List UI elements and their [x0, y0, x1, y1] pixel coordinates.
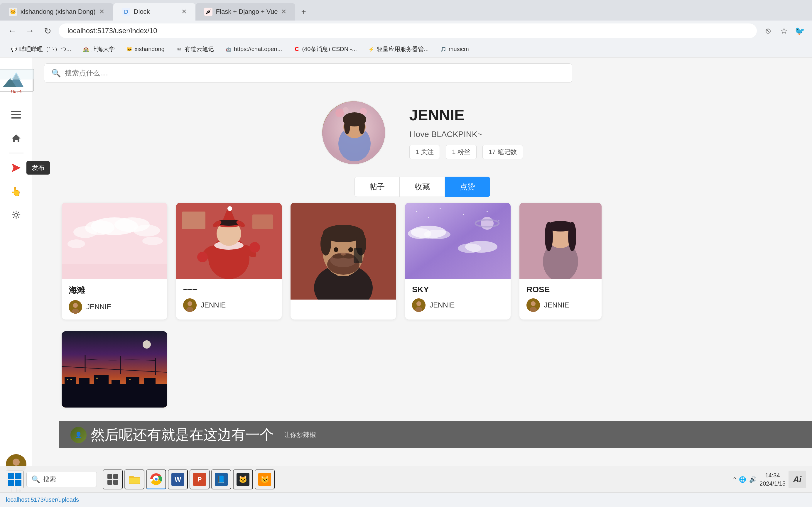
- tab2-favicon: D: [122, 8, 130, 16]
- taskbar-clock[interactable]: 14:34 2024/1/15: [759, 471, 786, 488]
- svg-point-129: [155, 477, 158, 481]
- search-input[interactable]: [65, 69, 565, 77]
- bookmark-music[interactable]: 🎵 musicm: [435, 45, 474, 54]
- new-tab-button[interactable]: +: [295, 3, 312, 20]
- publish-icon-btn[interactable]: 发布: [6, 158, 26, 178]
- svg-rect-112: [126, 377, 140, 384]
- gear-icon: [11, 210, 21, 220]
- card-5[interactable]: ROSE JENNIE: [520, 203, 602, 320]
- card2-image: [176, 203, 282, 279]
- svg-point-39: [73, 303, 78, 308]
- address-input[interactable]: [59, 23, 757, 38]
- taskbar-search-box[interactable]: 🔍 搜索: [26, 472, 97, 487]
- following-badge[interactable]: 1 关注: [410, 145, 440, 159]
- system-chevron[interactable]: ^: [734, 476, 736, 483]
- taskbar-ppt[interactable]: P: [190, 469, 210, 490]
- taskbar-search-text: 搜索: [43, 475, 56, 484]
- taskbar-explorer[interactable]: [124, 469, 144, 490]
- taskbar-app6[interactable]: 📘: [211, 469, 231, 490]
- bookmark-csdn-label: (40条消息) CSDN -...: [302, 45, 357, 53]
- app6-icon: 📘: [215, 473, 228, 486]
- card-4[interactable]: SKY JENNIE: [405, 203, 510, 320]
- bookmark-music-label: musicm: [449, 46, 469, 53]
- browser-tab-1[interactable]: 🐱 xishandong (xishan Dong) ✕: [0, 3, 113, 20]
- logo-area[interactable]: Dlock: [0, 63, 40, 99]
- bookmark-bilibili[interactable]: 💬 哔哩哔哩（' '-）つ...: [6, 44, 76, 54]
- card1-image: [62, 203, 167, 279]
- search-icon: 🔍: [51, 69, 61, 78]
- bookmark-csdn[interactable]: C (40条消息) CSDN -...: [288, 44, 362, 54]
- svg-rect-115: [70, 379, 72, 380]
- svg-point-80: [464, 214, 464, 215]
- svg-rect-125: [107, 480, 112, 485]
- windows-logo: [7, 472, 22, 487]
- card1-info: 海滩 JENNIE: [62, 279, 167, 320]
- svg-point-35: [67, 239, 85, 248]
- bookmark-openai-label: https://chat.open...: [234, 46, 282, 53]
- taskbar-system-tray: ^ 🌐 🔊 14:34 2024/1/15 Ai: [734, 471, 806, 488]
- taskbar-app7[interactable]: 🐱: [233, 469, 253, 490]
- home-icon: [11, 133, 21, 143]
- tab2-close[interactable]: ✕: [181, 8, 186, 15]
- card-1[interactable]: 海滩 JENNIE: [62, 203, 167, 320]
- bookmark-server[interactable]: ⚡ 轻量应用服务器管...: [363, 44, 433, 54]
- github-icon: 🐱: [126, 46, 133, 53]
- search-box: 🔍: [44, 63, 572, 83]
- tab-favorites[interactable]: 收藏: [400, 177, 445, 197]
- svg-point-87: [424, 230, 450, 239]
- card-2[interactable]: ~~~ JENNIE: [176, 203, 282, 320]
- card4-author: JENNIE: [412, 298, 503, 312]
- profile-button[interactable]: 🐦: [793, 24, 806, 37]
- card-6[interactable]: [62, 331, 167, 407]
- forward-button[interactable]: →: [23, 24, 36, 37]
- ai-corner-button[interactable]: Ai: [789, 471, 806, 488]
- taskbar-app8[interactable]: 🐱: [255, 469, 275, 490]
- bookmark-button[interactable]: ☆: [777, 24, 790, 37]
- svg-point-100: [531, 301, 536, 306]
- browser-tab-3[interactable]: 🌶 Flask + Django + Vue ✕: [196, 3, 295, 20]
- video-overlay: 👤 然后呢还有就是在这边有一个 让你炒辣椒: [59, 421, 812, 448]
- start-button[interactable]: [6, 471, 23, 488]
- bookmark-youdao-label: 有道云笔记: [184, 45, 214, 53]
- svg-rect-107: [62, 384, 167, 407]
- profile-avatar: [321, 100, 386, 165]
- author2-avatar-svg: [183, 298, 197, 312]
- bookmark-youdao[interactable]: ✉ 有道云笔记: [171, 44, 219, 54]
- home-icon-btn[interactable]: [6, 128, 26, 149]
- taskbar-chrome[interactable]: [146, 469, 166, 490]
- card-3[interactable]: [290, 203, 396, 320]
- bookmark-shu-label: 上海大学: [91, 45, 115, 53]
- card6-image: [62, 331, 167, 407]
- volume-icon[interactable]: 🔊: [749, 476, 757, 483]
- taskbar-task-view[interactable]: [103, 469, 123, 490]
- tab-posts[interactable]: 帖子: [355, 177, 400, 197]
- followers-badge[interactable]: 1 粉丝: [446, 145, 476, 159]
- cursor-area[interactable]: 👆: [6, 181, 26, 202]
- word-icon: W: [171, 473, 184, 486]
- profile-bio: I love BLACKPINK~: [410, 130, 523, 139]
- back-button[interactable]: ←: [6, 24, 19, 37]
- bookmark-xishandong[interactable]: 🐱 xishandong: [121, 45, 169, 54]
- tab1-close[interactable]: ✕: [99, 8, 104, 15]
- tab3-close[interactable]: ✕: [281, 8, 286, 15]
- browser-actions: ⎋ ☆ 🐦: [762, 24, 806, 37]
- svg-point-56: [250, 242, 260, 252]
- svg-point-33: [73, 226, 97, 238]
- notes-badge[interactable]: 17 笔记数: [482, 145, 523, 159]
- refresh-button[interactable]: ↻: [41, 24, 54, 37]
- share-button[interactable]: ⎋: [762, 24, 774, 37]
- svg-point-49: [227, 206, 232, 211]
- svg-point-72: [334, 247, 338, 252]
- browser-tab-2[interactable]: D Dlock ✕: [113, 3, 196, 20]
- bookmark-shu[interactable]: 🏫 上海大学: [78, 44, 119, 54]
- taskbar-word[interactable]: W: [168, 469, 188, 490]
- tab-likes[interactable]: 点赞: [445, 177, 490, 197]
- menu-icon-btn[interactable]: [6, 105, 26, 125]
- svg-point-97: [545, 222, 553, 251]
- sky-illustration: [405, 203, 510, 279]
- profile-person-svg: [322, 101, 385, 164]
- settings-icon-btn[interactable]: [6, 205, 26, 225]
- bookmark-openai[interactable]: 🤖 https://chat.open...: [220, 45, 287, 54]
- video-channel-name: 让你炒辣椒: [284, 431, 316, 439]
- tab1-favicon: 🐱: [9, 8, 17, 16]
